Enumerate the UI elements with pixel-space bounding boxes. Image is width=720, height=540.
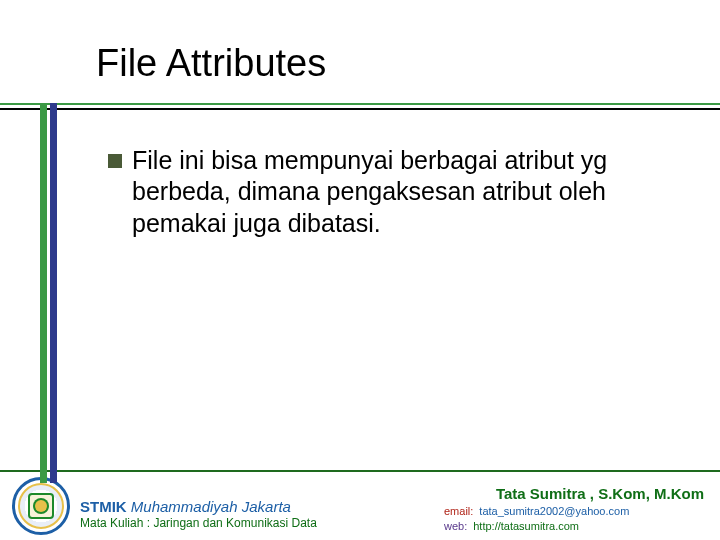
email-label: email: bbox=[444, 504, 473, 519]
course-label: Mata Kuliah : bbox=[80, 516, 150, 530]
org-em: Muhammadiyah Jakarta bbox=[131, 498, 291, 515]
author-name: Tata Sumitra , S.Kom, M.Kom bbox=[444, 484, 704, 504]
bullet-item: File ini bisa mempunyai berbagai atribut… bbox=[108, 145, 670, 239]
divider-green bbox=[0, 103, 720, 105]
slide-title: File Attributes bbox=[96, 42, 680, 85]
bullet-square-icon bbox=[108, 154, 122, 168]
footer: STMIK Muhammadiyah Jakarta Mata Kuliah :… bbox=[0, 470, 720, 540]
divider-black bbox=[0, 108, 720, 110]
web-row: web: http://tatasumitra.com bbox=[444, 519, 704, 534]
course-line: Mata Kuliah : Jaringan dan Komunikasi Da… bbox=[80, 516, 317, 532]
course-value: Jaringan dan Komunikasi Data bbox=[153, 516, 316, 530]
org-name: STMIK Muhammadiyah Jakarta bbox=[80, 497, 317, 517]
email-value: tata_sumitra2002@yahoo.com bbox=[479, 504, 629, 519]
footer-divider bbox=[0, 470, 720, 472]
title-area: File Attributes bbox=[96, 42, 680, 85]
footer-right: Tata Sumitra , S.Kom, M.Kom email: tata_… bbox=[444, 484, 704, 534]
bullet-text: File ini bisa mempunyai berbagai atribut… bbox=[132, 145, 670, 239]
org-logo bbox=[12, 477, 70, 535]
org-strong: STMIK bbox=[80, 498, 127, 515]
vertical-stripe-green bbox=[40, 103, 47, 483]
web-value: http://tatasumitra.com bbox=[473, 519, 579, 534]
email-row: email: tata_sumitra2002@yahoo.com bbox=[444, 504, 704, 519]
content-area: File ini bisa mempunyai berbagai atribut… bbox=[108, 145, 670, 239]
logo-sun-icon bbox=[35, 500, 47, 512]
vertical-stripe-blue bbox=[50, 103, 57, 483]
footer-left: STMIK Muhammadiyah Jakarta Mata Kuliah :… bbox=[80, 497, 317, 532]
web-label: web: bbox=[444, 519, 467, 534]
slide: File Attributes File ini bisa mempunyai … bbox=[0, 0, 720, 540]
